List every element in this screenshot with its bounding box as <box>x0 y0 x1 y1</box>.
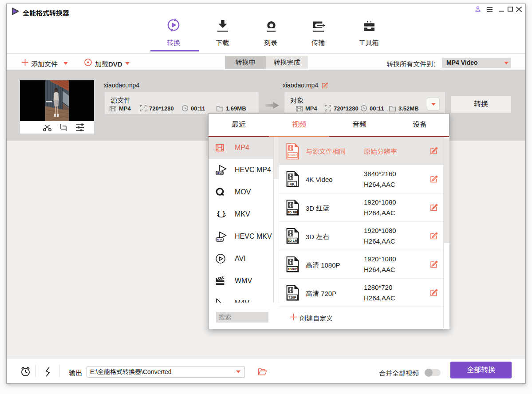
svg-text:720P: 720P <box>288 296 296 299</box>
svg-text:1080P: 1080P <box>288 267 297 271</box>
svg-text:{ }: { } <box>217 210 226 217</box>
svg-text:3D LR: 3D LR <box>288 239 297 243</box>
svg-text:3D RB: 3D RB <box>288 210 298 214</box>
svg-text:4K: 4K <box>290 182 295 186</box>
svg-text:HEVC: HEVC <box>216 172 223 174</box>
svg-text:source: source <box>288 154 297 157</box>
svg-text:HEVC: HEVC <box>216 238 223 241</box>
